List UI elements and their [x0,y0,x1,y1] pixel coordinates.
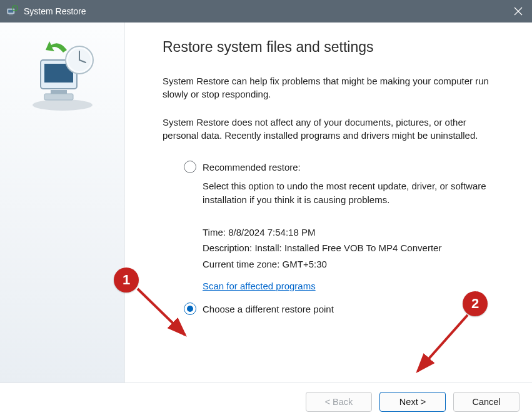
description-value: Install: Installed Free VOB To MP4 Conve… [254,242,441,253]
recommended-restore-description: Select this option to undo the most rece… [203,179,501,207]
svg-rect-9 [51,90,67,94]
svg-line-16 [418,315,468,371]
svg-rect-2 [9,14,13,15]
titlebar: System Restore [0,0,532,22]
radio-button-icon [184,161,196,173]
timezone-label: Current time zone: [203,259,279,269]
svg-rect-1 [8,10,13,13]
scan-affected-programs-link[interactable]: Scan for affected programs [203,281,316,291]
annotation-arrow-2 [408,311,476,380]
page-title: Restore system files and settings [163,39,501,56]
system-restore-icon [5,4,19,18]
intro-text-1: System Restore can help fix problems tha… [163,74,500,101]
next-button[interactable]: Next > [379,392,446,412]
wizard-footer: < Back Next > Cancel [0,382,532,420]
window-title: System Restore [24,6,504,16]
intro-text-2: System Restore does not affect any of yo… [163,116,500,142]
choose-different-label: Choose a different restore point [203,304,334,314]
back-button: < Back [306,392,372,412]
svg-point-6 [33,99,93,111]
annotation-arrow-1 [134,285,196,344]
time-value: 8/8/2024 7:54:18 PM [228,227,315,238]
cancel-button[interactable]: Cancel [453,392,519,412]
time-label: Time: [203,227,226,238]
restore-illustration-icon [22,41,103,113]
close-icon[interactable] [504,0,532,22]
recommended-restore-label: Recommended restore: [203,162,301,172]
restore-point-details: Time: 8/8/2024 7:54:18 PM Description: I… [203,224,501,272]
timezone-value: GMT+5:30 [283,259,327,269]
description-label: Description: [203,242,252,253]
svg-rect-10 [44,94,73,100]
radio-recommended-restore[interactable]: Recommended restore: [184,161,501,173]
svg-line-15 [138,289,185,335]
wizard-sidebar [0,22,125,382]
